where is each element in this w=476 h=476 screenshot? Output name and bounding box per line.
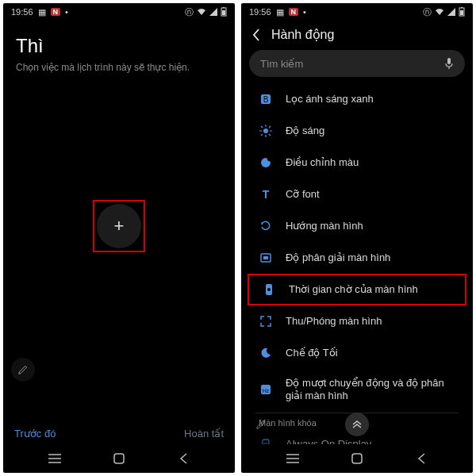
- nav-home-icon[interactable]: [113, 453, 125, 464]
- svg-text:B: B: [263, 95, 269, 104]
- nfc-icon: ⓝ: [185, 6, 194, 18]
- svg-line-22: [261, 134, 263, 136]
- blue-light-icon: B: [259, 92, 273, 106]
- battery-icon: [459, 7, 465, 17]
- nav-back-icon[interactable]: [415, 453, 428, 464]
- action-item-orientation[interactable]: Hướng màn hình: [244, 210, 470, 242]
- action-label: Độ sáng: [286, 125, 459, 137]
- action-item-motion-smoothness[interactable]: Hz Độ mượt chuyển động và độ phân giải m…: [244, 369, 470, 411]
- nav-recents-icon[interactable]: [48, 454, 61, 463]
- page-subtitle: Chọn việc mà lịch trình này sẽ thực hiện…: [16, 62, 222, 73]
- action-label: Độ mượt chuyển động và độ phân giải màn …: [286, 377, 459, 403]
- edit-button[interactable]: [11, 358, 35, 382]
- svg-point-31: [264, 443, 268, 444]
- moon-icon: [259, 346, 273, 360]
- nav-bar: [241, 444, 473, 473]
- action-label: Lọc ánh sáng xanh: [286, 93, 459, 106]
- status-bar: 19:56 ▦ N • ⓝ: [3, 3, 235, 21]
- action-label: Độ phân giải màn hình: [286, 251, 459, 264]
- plus-icon: +: [114, 216, 125, 236]
- action-item-blue-light[interactable]: B Lọc ánh sáng xanh: [244, 83, 470, 115]
- pencil-icon: [17, 364, 29, 375]
- palette-icon: [259, 155, 273, 170]
- brightness-icon: [259, 124, 273, 138]
- page-title: Thì: [16, 35, 222, 57]
- action-label: Cỡ font: [286, 188, 459, 201]
- gallery-icon: ▦: [38, 7, 46, 17]
- svg-point-27: [267, 288, 271, 291]
- gallery-icon: ▦: [276, 7, 284, 17]
- action-label: Always On Display: [286, 438, 459, 444]
- svg-rect-8: [460, 10, 463, 15]
- done-button[interactable]: Hoàn tất: [184, 428, 224, 440]
- action-item-color-adjust[interactable]: Điều chỉnh màu: [244, 147, 470, 178]
- svg-rect-10: [447, 58, 451, 64]
- pencil-icon: [255, 419, 267, 430]
- svg-line-21: [269, 126, 271, 128]
- chevron-up-double-icon: [351, 420, 363, 428]
- header-title: Hành động: [271, 27, 334, 42]
- action-label: Thời gian chờ của màn hình: [289, 283, 455, 296]
- rotate-icon: [259, 219, 273, 233]
- status-time: 19:56: [249, 7, 271, 17]
- action-label: Chế độ Tối: [286, 347, 459, 359]
- signal-icon: [209, 8, 217, 16]
- add-highlight-box: +: [93, 200, 145, 252]
- nfc-icon: ⓝ: [423, 6, 432, 18]
- svg-line-19: [261, 126, 263, 128]
- status-bar: 19:56 ▦ N • ⓝ: [241, 3, 473, 21]
- search-input[interactable]: Tìm kiếm: [249, 50, 465, 77]
- wifi-icon: [435, 8, 444, 16]
- svg-text:Hz: Hz: [263, 388, 270, 393]
- scroll-top-button[interactable]: [345, 413, 369, 436]
- battery-icon: [221, 7, 227, 17]
- right-screen: 19:56 ▦ N • ⓝ Hành động Tìm kiếm: [241, 3, 473, 473]
- mic-icon[interactable]: [444, 57, 454, 70]
- hz-icon: Hz: [259, 382, 273, 397]
- zoom-icon: [259, 314, 273, 328]
- search-placeholder: Tìm kiếm: [260, 58, 303, 70]
- svg-text:T: T: [263, 188, 270, 201]
- nav-back-icon[interactable]: [177, 453, 190, 464]
- svg-rect-1: [222, 10, 225, 15]
- font-icon: T: [259, 187, 273, 202]
- header: Hành động: [241, 21, 473, 47]
- timeout-icon: [262, 282, 276, 297]
- action-item-zoom[interactable]: Thu/Phóng màn hình: [244, 305, 470, 337]
- left-screen: 19:56 ▦ N • ⓝ Thì Chọn việc mà lịch trìn…: [3, 3, 235, 473]
- action-item-font-size[interactable]: T Cỡ font: [244, 178, 470, 210]
- action-label: Hướng màn hình: [286, 220, 459, 232]
- wifi-icon: [197, 8, 206, 16]
- svg-rect-6: [114, 454, 124, 463]
- signal-icon: [447, 8, 455, 16]
- svg-rect-2: [223, 7, 225, 8]
- notif-badge-icon: N: [289, 8, 299, 16]
- add-action-button[interactable]: +: [97, 204, 141, 248]
- bottom-actions: Trước đó Hoàn tất: [3, 423, 235, 444]
- svg-rect-25: [263, 256, 268, 259]
- then-screen-body: Thì Chọn việc mà lịch trình này sẽ thực …: [3, 21, 235, 423]
- edit-button[interactable]: [249, 413, 273, 436]
- back-button[interactable]: [252, 29, 260, 41]
- svg-rect-35: [352, 454, 362, 463]
- resolution-icon: [259, 251, 273, 265]
- action-label: Điều chỉnh màu: [286, 156, 459, 169]
- action-item-resolution[interactable]: Độ phân giải màn hình: [244, 242, 470, 274]
- svg-rect-30: [263, 440, 269, 445]
- action-list[interactable]: B Lọc ánh sáng xanh Độ sáng Điều chỉnh m…: [241, 83, 473, 444]
- aod-icon: [259, 438, 273, 445]
- more-notif-icon: •: [303, 7, 306, 17]
- svg-line-20: [269, 134, 271, 136]
- action-item-dark-mode[interactable]: Chế độ Tối: [244, 337, 470, 369]
- notif-badge-icon: N: [51, 8, 61, 16]
- more-notif-icon: •: [65, 7, 68, 17]
- previous-button[interactable]: Trước đó: [14, 428, 56, 440]
- svg-rect-9: [461, 7, 463, 8]
- nav-home-icon[interactable]: [351, 453, 363, 464]
- svg-point-14: [263, 129, 268, 133]
- nav-recents-icon[interactable]: [286, 454, 299, 463]
- status-time: 19:56: [11, 7, 33, 17]
- nav-bar: [3, 444, 235, 473]
- action-item-brightness[interactable]: Độ sáng: [244, 115, 470, 147]
- action-item-screen-timeout[interactable]: Thời gian chờ của màn hình: [248, 274, 466, 305]
